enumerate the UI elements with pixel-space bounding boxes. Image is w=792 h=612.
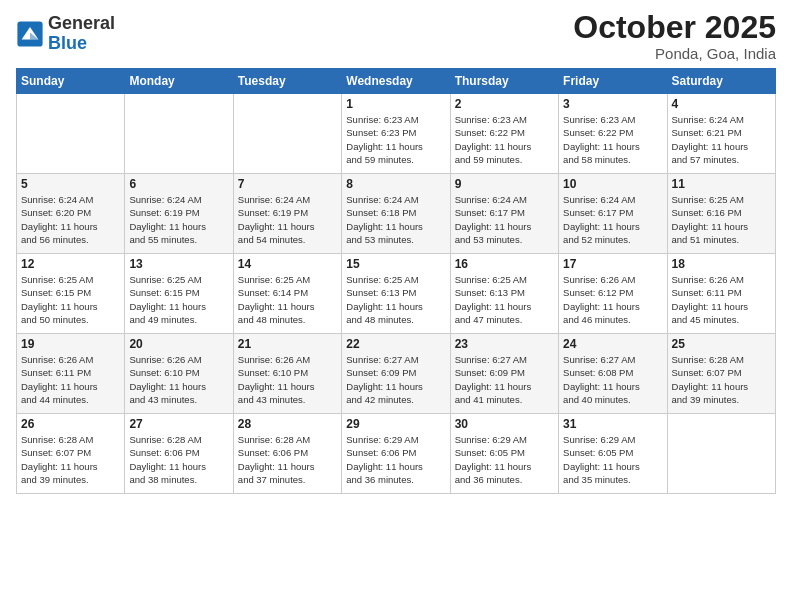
week-row-1: 1Sunrise: 6:23 AMSunset: 6:23 PMDaylight… bbox=[17, 94, 776, 174]
header-row: SundayMondayTuesdayWednesdayThursdayFrid… bbox=[17, 69, 776, 94]
day-number: 16 bbox=[455, 257, 554, 271]
day-number: 17 bbox=[563, 257, 662, 271]
day-number: 20 bbox=[129, 337, 228, 351]
day-number: 4 bbox=[672, 97, 771, 111]
day-cell: 25Sunrise: 6:28 AMSunset: 6:07 PMDayligh… bbox=[667, 334, 775, 414]
day-cell: 4Sunrise: 6:24 AMSunset: 6:21 PMDaylight… bbox=[667, 94, 775, 174]
day-info: Sunrise: 6:24 AMSunset: 6:21 PMDaylight:… bbox=[672, 113, 771, 166]
day-info: Sunrise: 6:23 AMSunset: 6:23 PMDaylight:… bbox=[346, 113, 445, 166]
day-number: 24 bbox=[563, 337, 662, 351]
location: Ponda, Goa, India bbox=[573, 45, 776, 62]
day-number: 18 bbox=[672, 257, 771, 271]
day-cell: 5Sunrise: 6:24 AMSunset: 6:20 PMDaylight… bbox=[17, 174, 125, 254]
col-header-tuesday: Tuesday bbox=[233, 69, 341, 94]
day-cell: 21Sunrise: 6:26 AMSunset: 6:10 PMDayligh… bbox=[233, 334, 341, 414]
day-cell: 8Sunrise: 6:24 AMSunset: 6:18 PMDaylight… bbox=[342, 174, 450, 254]
day-number: 26 bbox=[21, 417, 120, 431]
day-info: Sunrise: 6:23 AMSunset: 6:22 PMDaylight:… bbox=[455, 113, 554, 166]
page: General Blue October 2025 Ponda, Goa, In… bbox=[0, 0, 792, 612]
day-number: 31 bbox=[563, 417, 662, 431]
day-cell: 12Sunrise: 6:25 AMSunset: 6:15 PMDayligh… bbox=[17, 254, 125, 334]
day-info: Sunrise: 6:25 AMSunset: 6:13 PMDaylight:… bbox=[455, 273, 554, 326]
day-info: Sunrise: 6:24 AMSunset: 6:20 PMDaylight:… bbox=[21, 193, 120, 246]
logo: General Blue bbox=[16, 14, 115, 54]
day-number: 10 bbox=[563, 177, 662, 191]
day-info: Sunrise: 6:25 AMSunset: 6:14 PMDaylight:… bbox=[238, 273, 337, 326]
week-row-5: 26Sunrise: 6:28 AMSunset: 6:07 PMDayligh… bbox=[17, 414, 776, 494]
day-cell: 16Sunrise: 6:25 AMSunset: 6:13 PMDayligh… bbox=[450, 254, 558, 334]
day-cell: 29Sunrise: 6:29 AMSunset: 6:06 PMDayligh… bbox=[342, 414, 450, 494]
day-cell: 3Sunrise: 6:23 AMSunset: 6:22 PMDaylight… bbox=[559, 94, 667, 174]
day-info: Sunrise: 6:26 AMSunset: 6:11 PMDaylight:… bbox=[21, 353, 120, 406]
day-info: Sunrise: 6:27 AMSunset: 6:09 PMDaylight:… bbox=[455, 353, 554, 406]
calendar-table: SundayMondayTuesdayWednesdayThursdayFrid… bbox=[16, 68, 776, 494]
day-cell bbox=[233, 94, 341, 174]
day-cell: 2Sunrise: 6:23 AMSunset: 6:22 PMDaylight… bbox=[450, 94, 558, 174]
day-info: Sunrise: 6:26 AMSunset: 6:10 PMDaylight:… bbox=[129, 353, 228, 406]
day-cell: 24Sunrise: 6:27 AMSunset: 6:08 PMDayligh… bbox=[559, 334, 667, 414]
day-cell bbox=[125, 94, 233, 174]
day-number: 1 bbox=[346, 97, 445, 111]
day-number: 28 bbox=[238, 417, 337, 431]
logo-blue: Blue bbox=[48, 34, 115, 54]
week-row-2: 5Sunrise: 6:24 AMSunset: 6:20 PMDaylight… bbox=[17, 174, 776, 254]
day-number: 21 bbox=[238, 337, 337, 351]
day-number: 13 bbox=[129, 257, 228, 271]
day-cell: 15Sunrise: 6:25 AMSunset: 6:13 PMDayligh… bbox=[342, 254, 450, 334]
day-cell: 22Sunrise: 6:27 AMSunset: 6:09 PMDayligh… bbox=[342, 334, 450, 414]
day-info: Sunrise: 6:26 AMSunset: 6:11 PMDaylight:… bbox=[672, 273, 771, 326]
col-header-wednesday: Wednesday bbox=[342, 69, 450, 94]
day-number: 2 bbox=[455, 97, 554, 111]
day-info: Sunrise: 6:26 AMSunset: 6:12 PMDaylight:… bbox=[563, 273, 662, 326]
day-info: Sunrise: 6:25 AMSunset: 6:15 PMDaylight:… bbox=[129, 273, 228, 326]
day-number: 15 bbox=[346, 257, 445, 271]
day-cell: 11Sunrise: 6:25 AMSunset: 6:16 PMDayligh… bbox=[667, 174, 775, 254]
day-info: Sunrise: 6:28 AMSunset: 6:07 PMDaylight:… bbox=[21, 433, 120, 486]
day-info: Sunrise: 6:24 AMSunset: 6:18 PMDaylight:… bbox=[346, 193, 445, 246]
logo-icon bbox=[16, 20, 44, 48]
day-info: Sunrise: 6:25 AMSunset: 6:15 PMDaylight:… bbox=[21, 273, 120, 326]
day-cell: 18Sunrise: 6:26 AMSunset: 6:11 PMDayligh… bbox=[667, 254, 775, 334]
day-cell: 28Sunrise: 6:28 AMSunset: 6:06 PMDayligh… bbox=[233, 414, 341, 494]
day-cell bbox=[667, 414, 775, 494]
day-cell: 31Sunrise: 6:29 AMSunset: 6:05 PMDayligh… bbox=[559, 414, 667, 494]
day-info: Sunrise: 6:23 AMSunset: 6:22 PMDaylight:… bbox=[563, 113, 662, 166]
day-number: 11 bbox=[672, 177, 771, 191]
logo-general: General bbox=[48, 14, 115, 34]
day-info: Sunrise: 6:29 AMSunset: 6:05 PMDaylight:… bbox=[563, 433, 662, 486]
day-number: 14 bbox=[238, 257, 337, 271]
day-cell: 23Sunrise: 6:27 AMSunset: 6:09 PMDayligh… bbox=[450, 334, 558, 414]
day-number: 25 bbox=[672, 337, 771, 351]
day-number: 27 bbox=[129, 417, 228, 431]
week-row-3: 12Sunrise: 6:25 AMSunset: 6:15 PMDayligh… bbox=[17, 254, 776, 334]
day-number: 8 bbox=[346, 177, 445, 191]
day-cell: 19Sunrise: 6:26 AMSunset: 6:11 PMDayligh… bbox=[17, 334, 125, 414]
day-number: 7 bbox=[238, 177, 337, 191]
day-info: Sunrise: 6:29 AMSunset: 6:06 PMDaylight:… bbox=[346, 433, 445, 486]
day-info: Sunrise: 6:26 AMSunset: 6:10 PMDaylight:… bbox=[238, 353, 337, 406]
day-cell: 30Sunrise: 6:29 AMSunset: 6:05 PMDayligh… bbox=[450, 414, 558, 494]
week-row-4: 19Sunrise: 6:26 AMSunset: 6:11 PMDayligh… bbox=[17, 334, 776, 414]
col-header-thursday: Thursday bbox=[450, 69, 558, 94]
day-cell: 10Sunrise: 6:24 AMSunset: 6:17 PMDayligh… bbox=[559, 174, 667, 254]
logo-text: General Blue bbox=[48, 14, 115, 54]
day-number: 12 bbox=[21, 257, 120, 271]
day-number: 30 bbox=[455, 417, 554, 431]
day-cell: 27Sunrise: 6:28 AMSunset: 6:06 PMDayligh… bbox=[125, 414, 233, 494]
day-info: Sunrise: 6:27 AMSunset: 6:08 PMDaylight:… bbox=[563, 353, 662, 406]
day-cell: 26Sunrise: 6:28 AMSunset: 6:07 PMDayligh… bbox=[17, 414, 125, 494]
day-number: 29 bbox=[346, 417, 445, 431]
day-number: 5 bbox=[21, 177, 120, 191]
col-header-monday: Monday bbox=[125, 69, 233, 94]
col-header-saturday: Saturday bbox=[667, 69, 775, 94]
day-info: Sunrise: 6:27 AMSunset: 6:09 PMDaylight:… bbox=[346, 353, 445, 406]
title-block: October 2025 Ponda, Goa, India bbox=[573, 10, 776, 62]
day-info: Sunrise: 6:25 AMSunset: 6:13 PMDaylight:… bbox=[346, 273, 445, 326]
day-number: 6 bbox=[129, 177, 228, 191]
day-info: Sunrise: 6:29 AMSunset: 6:05 PMDaylight:… bbox=[455, 433, 554, 486]
day-cell: 14Sunrise: 6:25 AMSunset: 6:14 PMDayligh… bbox=[233, 254, 341, 334]
day-info: Sunrise: 6:24 AMSunset: 6:19 PMDaylight:… bbox=[238, 193, 337, 246]
day-cell: 6Sunrise: 6:24 AMSunset: 6:19 PMDaylight… bbox=[125, 174, 233, 254]
day-number: 9 bbox=[455, 177, 554, 191]
day-info: Sunrise: 6:28 AMSunset: 6:06 PMDaylight:… bbox=[238, 433, 337, 486]
